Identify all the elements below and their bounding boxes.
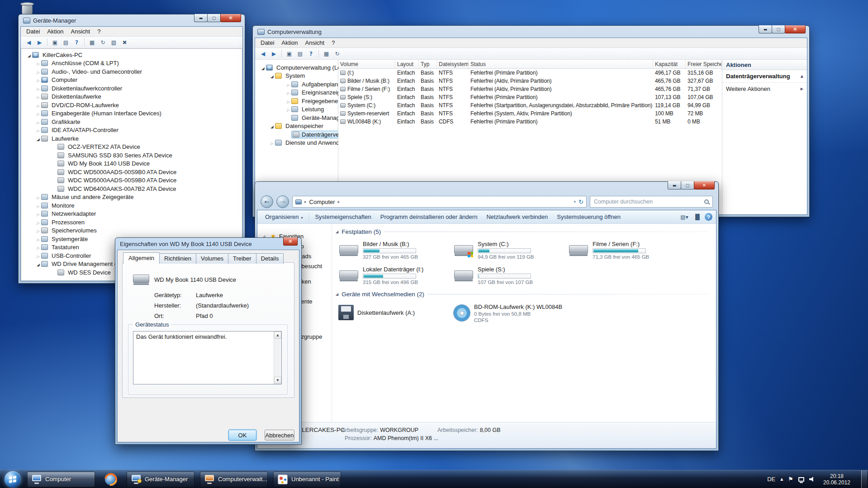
map-network-drive-button[interactable]: Netzlaufwerk verbinden — [482, 212, 552, 222]
column-freier-speicher[interactable]: Freier Speicher — [686, 60, 722, 68]
tree-item[interactable]: Anschlüsse (COM & LPT) — [21, 59, 242, 68]
tree-item-drive[interactable]: WDC WD6400AAKS-00A7B2 ATA Device — [21, 185, 242, 193]
column-volume[interactable]: Volume — [338, 60, 395, 68]
menu-datei[interactable]: Datei — [23, 27, 43, 36]
maximize-button[interactable]: ▢ — [207, 14, 221, 22]
minimize-button[interactable]: ▬ — [194, 14, 208, 22]
expander-icon[interactable] — [269, 123, 275, 129]
ok-button[interactable]: OK — [228, 430, 256, 441]
minimize-button[interactable]: ▬ — [759, 25, 772, 33]
taskbar-pin-firefox[interactable] — [100, 471, 121, 488]
views-icon[interactable]: ▦ — [321, 49, 332, 58]
menu-ansicht[interactable]: Ansicht — [67, 27, 94, 36]
refresh-icon[interactable]: ↻ — [332, 49, 342, 58]
expander-icon[interactable] — [35, 110, 41, 117]
expander-icon[interactable] — [285, 106, 291, 113]
expander-icon[interactable] — [35, 76, 41, 83]
expander-icon[interactable] — [35, 68, 41, 75]
menu-aktion[interactable]: Aktion — [278, 38, 301, 47]
open-control-panel-button[interactable]: Systemsteuerung öffnen — [553, 212, 625, 222]
drive-tile-spiele[interactable]: Spiele (S:) 107 GB frei von 107 GB — [453, 265, 566, 286]
show-desktop-button[interactable] — [861, 470, 867, 488]
expander-icon[interactable] — [35, 127, 41, 133]
group-header-wechselmedien[interactable]: ◢ Geräte mit Wechselmedien (2) — [336, 291, 709, 298]
refresh-icon[interactable]: ↻ — [98, 38, 108, 47]
drive-tile-filme-serien[interactable]: Filme / Serien (F:) 71,3 GB frei von 465… — [568, 239, 681, 261]
volume-row[interactable]: Bilder / Musik (B:) Einfach Basis NTFS F… — [338, 77, 722, 85]
tree-item-root[interactable]: Computerverwaltung (Lokal) — [255, 63, 338, 72]
system-properties-button[interactable]: Systemeigenschaften — [311, 212, 375, 222]
volume-row[interactable]: Filme / Serien (F:) Einfach Basis NTFS F… — [338, 85, 722, 93]
tree-item[interactable]: Leistung — [255, 105, 338, 114]
expander-icon[interactable] — [35, 93, 41, 100]
network-icon[interactable] — [798, 477, 804, 482]
tree-item[interactable]: Aufgabenplanung — [255, 80, 338, 89]
tab-volumes[interactable]: Volumes — [196, 253, 228, 264]
column-layout[interactable]: Layout — [395, 60, 419, 68]
back-icon[interactable]: ◀ — [24, 38, 34, 47]
tree-item[interactable]: DVD/CD-ROM-Laufwerke — [21, 101, 242, 109]
scrollbar[interactable]: ▲ ▼ — [274, 332, 281, 384]
expander-icon[interactable] — [35, 219, 41, 226]
tree-item[interactable]: Grafikkarte — [21, 118, 242, 126]
expander-icon[interactable] — [269, 72, 275, 79]
maximize-button[interactable]: ▢ — [772, 25, 785, 33]
bdrom-drive-tile[interactable]: BD-ROM-Laufwerk (K:) WL0084B 0 Bytes fre… — [453, 300, 566, 326]
tree-item-selected[interactable]: Datenträgerverwaltung — [255, 130, 338, 139]
tree-item[interactable]: Ereignisanzeige — [255, 89, 338, 97]
volume-row[interactable]: Spiele (S:) Einfach Basis NTFS Fehlerfre… — [338, 93, 722, 101]
expander-icon[interactable] — [26, 52, 32, 58]
tree-item[interactable]: Datenspeicher — [255, 122, 338, 131]
help-icon[interactable]: ? — [71, 38, 82, 47]
tree-item-root[interactable]: KillerCakes-PC — [21, 51, 242, 59]
tree-item[interactable]: Freigegebene Ordner — [255, 97, 338, 105]
column-kapazitaet[interactable]: Kapazität — [653, 60, 686, 68]
start-button[interactable] — [5, 471, 21, 488]
tree-item[interactable]: Dienste und Anwendungen — [255, 139, 338, 147]
expander-icon[interactable] — [35, 135, 41, 142]
expander-icon[interactable] — [35, 244, 41, 251]
cancel-button[interactable]: Abbrechen — [265, 430, 294, 441]
tree-item-drive[interactable]: SAMSUNG SSD 830 Series ATA Device — [21, 151, 242, 160]
expander-icon[interactable] — [35, 85, 41, 92]
tree-item-drive[interactable]: WDC WD5000AADS-00S9B0 ATA Device — [21, 168, 242, 176]
tree-item[interactable]: Mäuse und andere Zeigegeräte — [21, 193, 242, 202]
tree-item[interactable]: Diskettenlaufwerkcontroller — [21, 84, 242, 93]
properties-icon[interactable]: ▤ — [295, 49, 305, 58]
expander-icon[interactable] — [285, 98, 291, 104]
actions-group-disk-management[interactable]: Datenträgerverwaltung ▲ — [722, 70, 807, 83]
scroll-up-icon[interactable]: ▲ — [274, 332, 281, 339]
back-button[interactable]: ← — [261, 195, 273, 208]
taskbar-button-computer[interactable]: Computer — [27, 472, 95, 487]
tree-item[interactable]: IDE ATA/ATAPI-Controller — [21, 126, 242, 135]
properties-icon[interactable]: ▤ — [61, 38, 71, 47]
organize-button[interactable]: Organisieren — [261, 212, 307, 222]
tree-item-laufwerke[interactable]: Laufwerke — [21, 134, 242, 143]
expander-icon[interactable] — [35, 236, 41, 242]
device-manager-titlebar[interactable]: Geräte-Manager ▬ ▢ ✕ — [20, 14, 243, 26]
expander-icon[interactable] — [269, 139, 275, 146]
volume-row[interactable]: WL0084B (K:) Einfach Basis CDFS Fehlerfr… — [338, 118, 722, 126]
uninstall-program-button[interactable]: Programm deinstallieren oder ändern — [376, 212, 482, 222]
expander-icon[interactable] — [285, 81, 291, 88]
tree-item[interactable]: Computer — [21, 76, 242, 85]
volume-row[interactable]: System (C:) Einfach Basis NTFS Fehlerfre… — [338, 101, 722, 109]
tree-item-drive[interactable]: WDC WD5000AADS-00S9B0 ATA Device — [21, 176, 242, 185]
floppy-drive-tile[interactable]: Diskettenlaufwerk (A:) — [338, 302, 451, 323]
menu-hilfe[interactable]: ? — [328, 38, 338, 47]
expander-icon[interactable] — [260, 64, 266, 71]
tree-item[interactable]: Prozessoren — [21, 218, 242, 227]
search-input[interactable] — [594, 199, 702, 205]
collapse-icon[interactable]: ▲ — [801, 74, 803, 78]
menu-aktion[interactable]: Aktion — [43, 27, 67, 36]
scroll-down-icon[interactable]: ▼ — [274, 377, 281, 384]
expander-icon[interactable] — [35, 60, 41, 66]
tree-item[interactable]: Netzwerkadapter — [21, 210, 242, 218]
taskbar-button-geraete-manager[interactable]: Geräte-Manager — [127, 472, 194, 487]
tree-item[interactable]: System — [255, 72, 338, 81]
console-tree-icon[interactable]: ▣ — [50, 38, 60, 47]
breadcrumb[interactable]: Computer — [309, 199, 335, 205]
group-collapse-icon[interactable]: ◢ — [336, 230, 338, 234]
help-icon[interactable]: ? — [705, 213, 712, 221]
group-collapse-icon[interactable]: ◢ — [336, 292, 338, 296]
